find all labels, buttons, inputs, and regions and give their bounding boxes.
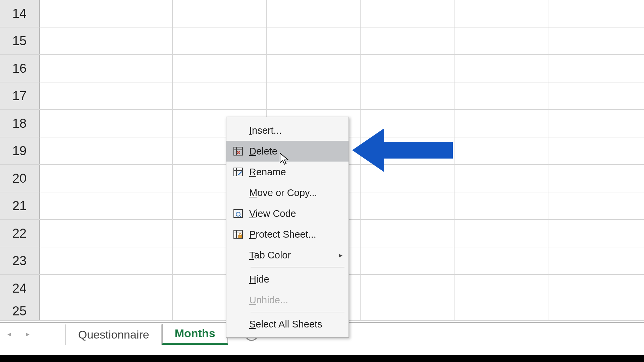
row-17: 17 [0,82,644,110]
cell[interactable] [454,137,548,164]
row-header[interactable]: 18 [0,110,40,137]
cell[interactable] [40,82,173,109]
menu-label: Delete [249,146,345,157]
cell[interactable] [361,165,454,192]
cell[interactable] [454,247,548,274]
menu-view-code[interactable]: View Code [226,203,348,224]
cell[interactable] [454,302,548,320]
svg-rect-14 [238,235,242,238]
cell[interactable] [40,110,173,137]
cell[interactable] [361,0,454,27]
row-header[interactable]: 23 [0,247,40,274]
cell[interactable] [454,27,548,54]
cell[interactable] [173,27,267,54]
cell[interactable] [361,137,454,164]
row-header[interactable]: 17 [0,82,40,109]
row-header[interactable]: 22 [0,220,40,247]
cell[interactable] [361,302,454,320]
menu-delete[interactable]: Delete [226,141,348,162]
cell[interactable] [173,0,267,27]
menu-label: Rename [249,167,345,178]
row-header[interactable]: 25 [0,302,40,320]
submenu-arrow-icon: ▸ [339,251,342,259]
menu-label: Protect Sheet... [249,229,345,240]
cell[interactable] [361,55,454,82]
row-header[interactable]: 15 [0,27,40,54]
blank-icon [230,293,247,307]
row-header[interactable]: 19 [0,137,40,164]
blank-icon [230,124,247,137]
cell[interactable] [40,27,173,54]
cell[interactable] [40,137,173,164]
menu-label: Tab Color [249,250,345,261]
tab-nav-next[interactable]: ▸ [18,322,37,346]
row-14: 14 [0,0,644,27]
cell[interactable] [361,110,454,137]
cell[interactable] [361,192,454,219]
sheet-tab-months[interactable]: Months [162,324,228,345]
cell[interactable] [40,275,173,302]
cell[interactable] [361,27,454,54]
cell[interactable] [267,27,361,54]
cell[interactable] [454,55,548,82]
cell[interactable] [267,0,361,27]
chevron-right-icon: ▸ [26,330,30,339]
menu-label: Unhide... [249,295,345,306]
cell[interactable] [40,220,173,247]
cell[interactable] [40,247,173,274]
menu-label: Move or Copy... [249,187,345,198]
menu-select-all-sheets[interactable]: Select All Sheets [226,314,348,335]
chevron-left-icon: ◂ [7,330,11,339]
cell[interactable] [454,220,548,247]
cell[interactable] [454,275,548,302]
cell[interactable] [40,302,173,320]
menu-separator [251,267,344,267]
menu-unhide: Unhide... [226,290,348,310]
delete-sheet-icon [230,144,247,158]
menu-rename[interactable]: Rename [226,162,348,182]
cell[interactable] [40,165,173,192]
cell[interactable] [361,275,454,302]
row-16: 16 [0,55,644,82]
cell[interactable] [454,82,548,109]
menu-label: Select All Sheets [249,319,345,330]
cell[interactable] [361,247,454,274]
row-header[interactable]: 21 [0,192,40,219]
menu-move-copy[interactable]: Move or Copy... [226,182,348,203]
bottom-border [0,355,644,362]
menu-insert[interactable]: Insert... [226,120,348,141]
cell[interactable] [173,55,267,82]
blank-icon [230,248,247,262]
blank-icon [230,273,247,286]
cell[interactable] [173,82,267,109]
cell[interactable] [454,0,548,27]
row-header[interactable]: 24 [0,275,40,302]
cell[interactable] [40,0,173,27]
blank-icon [230,317,247,331]
menu-label: View Code [249,208,345,219]
cell[interactable] [267,55,361,82]
row-header[interactable]: 14 [0,0,40,27]
protect-sheet-icon [230,228,247,241]
view-code-icon [230,207,247,220]
cell[interactable] [40,192,173,219]
menu-tab-color[interactable]: Tab Color ▸ [226,245,348,265]
menu-label: Hide [249,274,345,285]
cell[interactable] [40,55,173,82]
cell[interactable] [454,192,548,219]
tab-nav-prev[interactable]: ◂ [0,322,18,346]
sheet-tab-label: Months [175,327,215,340]
row-header[interactable]: 20 [0,165,40,192]
cell[interactable] [267,82,361,109]
cell[interactable] [361,82,454,109]
row-15: 15 [0,27,644,55]
sheet-tab-questionnaire[interactable]: Questionnaire [65,324,162,345]
sheet-context-menu: Insert... Delete Rename Move or Copy [226,117,349,338]
menu-separator [251,312,344,312]
menu-protect-sheet[interactable]: Protect Sheet... [226,224,348,245]
cell[interactable] [361,220,454,247]
row-header[interactable]: 16 [0,55,40,82]
cell[interactable] [454,165,548,192]
menu-hide[interactable]: Hide [226,269,348,290]
cell[interactable] [454,110,548,137]
